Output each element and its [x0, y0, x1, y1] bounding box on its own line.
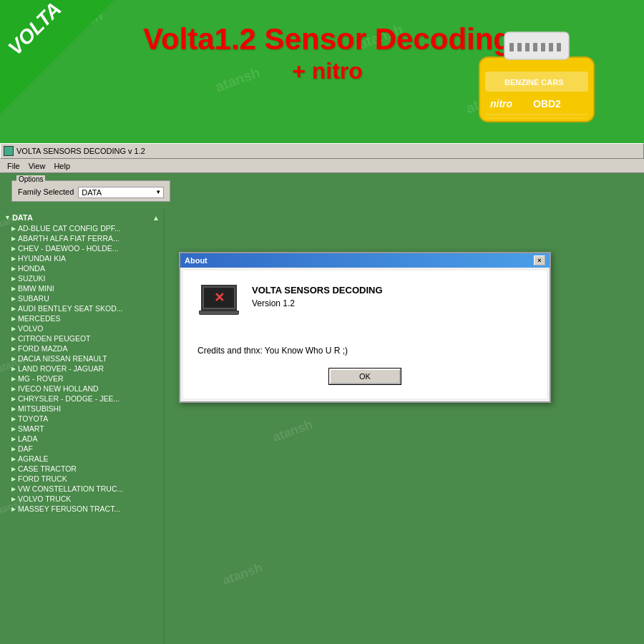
- tree-item-3[interactable]: ▶ HYUNDAI KIA: [0, 253, 164, 263]
- dialog-app-info: VOLTA SENSORS DECODING Version 1.2: [252, 285, 383, 308]
- svg-text:nitro: nitro: [490, 98, 513, 109]
- obd-device-svg: BENZINE CARS nitro OBD2: [458, 7, 615, 136]
- options-panel: Options Family Selected DATA: [11, 180, 170, 202]
- family-label: Family Selected: [18, 187, 74, 196]
- tree-item-26[interactable]: ▶ VW CONSTELLATION TRUC...: [0, 484, 164, 494]
- tree-item-1[interactable]: ▶ ABARTH ALFA FIAT FERRA...: [0, 233, 164, 243]
- menu-help[interactable]: Help: [49, 159, 74, 172]
- title-bar: VOLTA SENSORS DECODING v 1.2: [0, 143, 644, 159]
- title-line1: Volta1.2 Sensor Decoding: [143, 21, 512, 57]
- laptop-screen: ✕: [201, 285, 237, 311]
- dialog-credits: Credits and thnx: You Know Who U R ;): [197, 331, 532, 356]
- content-area: atansh atansh atansh ▼ DATA ▲ ▶ AD-BLUE …: [0, 209, 644, 644]
- dialog-body: ✕ VOLTA SENSORS DECODING Version 1.2: [183, 270, 547, 399]
- ok-button[interactable]: OK: [329, 369, 401, 384]
- tree-item-7[interactable]: ▶ SUBARU: [0, 293, 164, 303]
- options-label: Options: [16, 175, 45, 183]
- banner-title: Volta1.2 Sensor Decoding + nitro: [143, 21, 512, 85]
- dialog-footer: OK: [197, 363, 532, 387]
- family-select-wrapper[interactable]: DATA: [78, 185, 164, 198]
- tree-item-14[interactable]: ▶ LAND ROVER - JAGUAR: [0, 364, 164, 374]
- tree-item-8[interactable]: ▶ AUDI BENTLEY SEAT SKOD...: [0, 303, 164, 313]
- tree-item-27[interactable]: ▶ VOLVO TRUCK: [0, 494, 164, 504]
- about-dialog: About × ✕: [179, 252, 551, 403]
- tree-item-19[interactable]: ▶ TOYOTA: [0, 414, 164, 424]
- dialog-overlay: About × ✕: [165, 209, 644, 644]
- svg-rect-3: [517, 43, 522, 52]
- tree-item-0[interactable]: ▶ AD-BLUE CAT CONFIG DPF...: [0, 223, 164, 233]
- menu-bar: File View Help: [0, 159, 644, 173]
- tree-item-23[interactable]: ▶ AGRALE: [0, 454, 164, 464]
- laptop-x-icon: ✕: [214, 290, 225, 306]
- title-line2: + nitro: [143, 57, 512, 84]
- menu-file[interactable]: File: [3, 159, 24, 172]
- tree-root[interactable]: ▼ DATA ▲: [0, 212, 164, 223]
- tree-item-5[interactable]: ▶ SUZUKI: [0, 273, 164, 283]
- tree-item-21[interactable]: ▶ LADA: [0, 434, 164, 444]
- tree-root-arrow: ▼: [4, 214, 11, 221]
- svg-text:OBD2: OBD2: [533, 98, 561, 109]
- tree-item-15[interactable]: ▶ MG - ROVER: [0, 374, 164, 384]
- obd-device: BENZINE CARS nitro OBD2: [458, 7, 615, 136]
- svg-rect-4: [525, 43, 530, 52]
- tree-item-16[interactable]: ▶ IVECO NEW HOLLAND: [0, 384, 164, 394]
- laptop-icon: ✕: [197, 285, 240, 324]
- right-panel: atansh atansh atansh About ×: [165, 209, 644, 644]
- tree-item-12[interactable]: ▶ FORD MAZDA: [0, 343, 164, 353]
- tree-item-4[interactable]: ▶ HONDA: [0, 263, 164, 273]
- svg-text:BENZINE CARS: BENZINE CARS: [504, 78, 564, 87]
- tree-item-11[interactable]: ▶ CITROEN PEUGEOT: [0, 333, 164, 343]
- dialog-app-name: VOLTA SENSORS DECODING: [252, 285, 383, 296]
- dialog-version: Version 1.2: [252, 298, 383, 308]
- tree-item-13[interactable]: ▶ DACIA NISSAN RENAULT: [0, 353, 164, 364]
- tree-item-25[interactable]: ▶ FORD TRUCK: [0, 474, 164, 484]
- tree-item-20[interactable]: ▶ SMART: [0, 424, 164, 434]
- svg-rect-5: [533, 43, 537, 52]
- dialog-title: About: [185, 256, 208, 265]
- menu-view[interactable]: View: [24, 159, 50, 172]
- tree-item-22[interactable]: ▶ DAF: [0, 444, 164, 454]
- tree-scroll-up[interactable]: ▲: [152, 214, 160, 222]
- tree-item-6[interactable]: ▶ BMW MINI: [0, 283, 164, 293]
- svg-rect-6: [541, 43, 545, 52]
- app-title: VOLTA SENSORS DECODING v 1.2: [16, 147, 640, 155]
- tree-item-17[interactable]: ▶ CHRYSLER - DODGE - JEE...: [0, 394, 164, 404]
- tree-item-24[interactable]: ▶ CASE TRACTOR: [0, 464, 164, 474]
- tree-item-28[interactable]: ▶ MASSEY FERUSON TRACT...: [0, 504, 164, 514]
- svg-rect-2: [509, 43, 514, 52]
- corner-sticker: VOLTA: [0, 0, 114, 114]
- tree-item-18[interactable]: ▶ MITSUBISHI: [0, 404, 164, 414]
- dialog-titlebar: About ×: [180, 253, 550, 268]
- app-icon: [4, 146, 14, 156]
- dialog-top-row: ✕ VOLTA SENSORS DECODING Version 1.2: [197, 285, 532, 324]
- tree-item-10[interactable]: ▶ VOLVO: [0, 323, 164, 333]
- svg-rect-8: [557, 43, 561, 52]
- sidebar: atansh atansh atansh ▼ DATA ▲ ▶ AD-BLUE …: [0, 209, 165, 644]
- laptop-base: [199, 311, 239, 315]
- family-select[interactable]: DATA: [78, 187, 164, 198]
- tree-item-9[interactable]: ▶ MERCEDES: [0, 313, 164, 323]
- tree-item-2[interactable]: ▶ CHEV - DAEWOO - HOLDE...: [0, 243, 164, 253]
- dialog-close-button[interactable]: ×: [534, 255, 545, 265]
- tree-root-label: DATA: [12, 213, 33, 222]
- app-window: VOLTA SENSORS DECODING v 1.2 File View H…: [0, 143, 644, 644]
- svg-rect-7: [549, 43, 553, 52]
